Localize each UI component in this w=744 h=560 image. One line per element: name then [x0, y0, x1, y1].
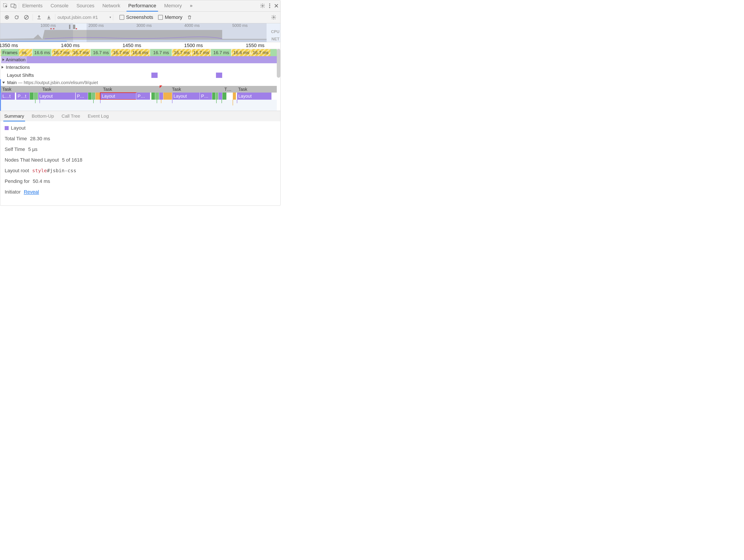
flame-paint[interactable]: P…: [199, 92, 212, 100]
tab-overflow[interactable]: »: [189, 0, 193, 11]
row-key: Nodes That Need Layout: [5, 157, 59, 163]
r2-tick: 1350 ms: [0, 43, 18, 48]
flame-paint[interactable]: P…: [136, 92, 150, 100]
clear-button[interactable]: [23, 15, 30, 20]
tab-call-tree[interactable]: Call Tree: [61, 111, 81, 121]
tab-bottom-up[interactable]: Bottom-Up: [31, 111, 54, 121]
flame-paint[interactable]: P…: [75, 92, 88, 100]
memory-checkbox[interactable]: [158, 15, 163, 20]
frame-segment[interactable]: 16.6 ms: [130, 49, 150, 56]
frame-segment[interactable]: 16.7 ms: [211, 49, 231, 56]
task[interactable]: Task: [42, 86, 51, 92]
tasks-row[interactable]: Task Task Task Task T… Task: [0, 86, 277, 92]
tab-memory[interactable]: Memory: [164, 0, 182, 11]
chevron-down-icon: ▼: [109, 16, 112, 19]
flame-layout[interactable]: Layout: [38, 92, 75, 100]
layout-shifts-track[interactable]: Layout Shifts: [0, 71, 280, 79]
kebab-menu-icon[interactable]: [269, 3, 270, 8]
memory-label: Memory: [165, 14, 182, 20]
row-val: 5 of 1618: [62, 157, 82, 163]
capture-settings-icon[interactable]: [270, 15, 277, 20]
settings-icon[interactable]: [260, 3, 265, 8]
tab-event-log[interactable]: Event Log: [87, 111, 109, 121]
frame-segment[interactable]: 16.7 ms: [90, 49, 111, 56]
flame-slice[interactable]: [222, 92, 226, 100]
overview-minimap[interactable]: 1000 ms 2000 ms 3000 ms 4000 ms 5000 ms …: [0, 23, 280, 42]
svg-point-11: [273, 16, 274, 18]
flame-layout[interactable]: Layout: [237, 92, 271, 100]
svg-line-10: [25, 16, 28, 18]
flame-chart-area[interactable]: 1350 ms 1400 ms 1450 ms 1500 ms 1550 ms …: [0, 42, 280, 111]
recording-select[interactable]: output.jsbin.com #1 ▼: [58, 15, 112, 20]
flame-layout[interactable]: Layout: [172, 92, 201, 100]
record-button[interactable]: [4, 15, 10, 20]
frame-segment[interactable]: 16.6 ms: [231, 49, 251, 56]
frames-track[interactable]: ns 16.6 ms 16.7 ms 16.7 ms 16.7 ms 16.7 …: [0, 49, 280, 56]
devtools-window: Elements Console Sources Network Perform…: [0, 0, 281, 206]
collapse-icon[interactable]: [2, 82, 5, 84]
flame-slice[interactable]: [163, 92, 173, 100]
flame-paint[interactable]: P…t: [16, 92, 30, 100]
row-val: 50.4 ms: [33, 179, 50, 184]
frame-segment[interactable]: 16.7 ms: [172, 49, 191, 56]
svg-rect-15: [73, 25, 75, 29]
tab-sources[interactable]: Sources: [76, 0, 95, 11]
category-swatch-icon: [5, 126, 9, 130]
flame-subrow: [0, 100, 277, 111]
frame-segment[interactable]: 16.7 ms: [51, 49, 71, 56]
main-url: https://output.jsbin.com/elisum/9/quiet: [24, 80, 98, 85]
flame-slice[interactable]: [233, 92, 236, 100]
r2-tick: 1550 ms: [246, 43, 264, 48]
task[interactable]: Task: [103, 86, 112, 92]
interactions-label: Interactions: [6, 65, 30, 70]
row-val: style#jsbin-css: [32, 168, 76, 173]
row-val: 28.30 ms: [30, 136, 50, 142]
details-tabbar: Summary Bottom-Up Call Tree Event Log: [0, 111, 280, 121]
r2-tick: 1400 ms: [61, 43, 79, 48]
interactions-track[interactable]: Interactions: [0, 63, 280, 71]
reload-record-button[interactable]: [13, 15, 20, 20]
trash-icon[interactable]: [186, 15, 193, 20]
task[interactable]: Task: [2, 86, 11, 92]
inspect-icon[interactable]: [2, 3, 9, 9]
svg-point-5: [269, 5, 270, 6]
flame-layout-selected[interactable]: Layout: [100, 92, 137, 100]
divider: [33, 14, 33, 21]
main-thread-header[interactable]: Main — https://output.jsbin.com/elisum/9…: [0, 79, 280, 86]
flame-layout[interactable]: L…t: [1, 92, 15, 100]
tab-elements[interactable]: Elements: [22, 0, 43, 11]
svg-point-4: [269, 4, 270, 5]
frame-segment[interactable]: 16.7 ms: [150, 49, 172, 56]
task[interactable]: T…: [224, 86, 231, 92]
frame-segment[interactable]: 16.7 ms: [111, 49, 131, 56]
layout-shift-event[interactable]: [151, 73, 158, 78]
tab-performance[interactable]: Performance: [128, 0, 157, 11]
r2-tick: 1450 ms: [122, 43, 141, 48]
animation-track[interactable]: Animation: [0, 56, 277, 63]
task[interactable]: Task: [238, 86, 247, 92]
row-val: 5 µs: [28, 147, 38, 152]
overview-mask-right: [86, 23, 267, 42]
net-axis-label: NET: [267, 37, 280, 41]
expand-icon[interactable]: [2, 66, 4, 69]
divider: [113, 14, 113, 21]
close-icon[interactable]: [274, 4, 278, 8]
flame-row[interactable]: L…t P…t Layout P… Layout P… Layout P… La…: [0, 92, 277, 100]
frame-segment[interactable]: 16.7 ms: [191, 49, 211, 56]
upload-icon[interactable]: [36, 15, 42, 20]
device-toggle-icon[interactable]: [9, 3, 17, 8]
tab-network[interactable]: Network: [102, 0, 121, 11]
frame-segment[interactable]: 16.6 ms: [32, 49, 52, 56]
svg-point-3: [262, 5, 263, 6]
screenshots-checkbox[interactable]: [119, 15, 124, 20]
download-icon[interactable]: [46, 15, 52, 20]
tab-summary[interactable]: Summary: [4, 111, 25, 121]
expand-icon[interactable]: [2, 59, 4, 61]
layout-shift-event[interactable]: [216, 73, 222, 78]
reveal-link[interactable]: Reveal: [24, 189, 39, 195]
frame-segment[interactable]: 16.7 ms: [251, 49, 270, 56]
long-task-indicator-icon: [159, 85, 162, 88]
frame-segment[interactable]: 16.7 ms: [71, 49, 90, 56]
task[interactable]: Task: [172, 86, 181, 92]
tab-console[interactable]: Console: [50, 0, 69, 11]
